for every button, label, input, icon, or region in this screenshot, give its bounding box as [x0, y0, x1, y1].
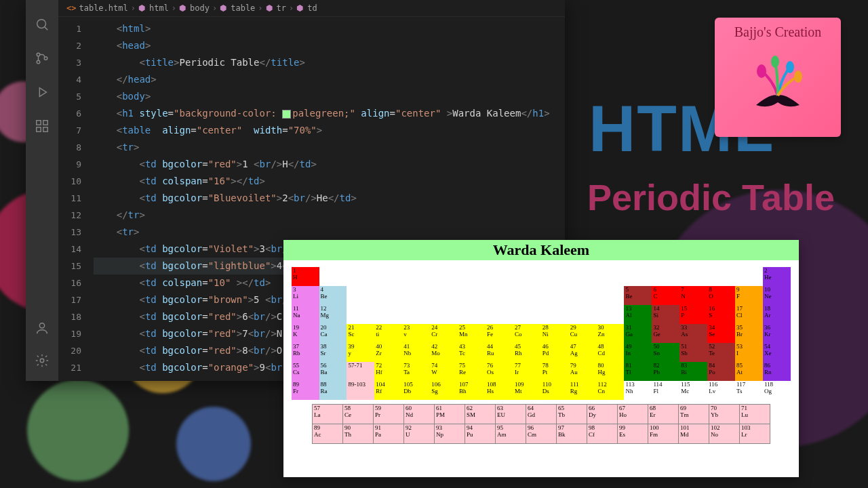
element-cell: 60Nd [404, 405, 435, 424]
element-cell: 106Sg [430, 381, 458, 400]
element-cell: 56Ba [319, 362, 347, 381]
extensions-icon[interactable] [34, 118, 50, 134]
element-cell: 92U [404, 424, 435, 444]
activity-bar [26, 0, 58, 381]
element-cell: 18Ar [763, 305, 791, 324]
element-cell: 22ti [374, 324, 402, 343]
svg-point-0 [37, 20, 46, 28]
element-cell: 32Ge [652, 324, 679, 343]
element-cell: 29Cu [569, 324, 597, 343]
element-cell: 57-71 [347, 362, 374, 381]
element-cell: 58Ce [343, 405, 374, 424]
element-cell: 50Sn [652, 343, 679, 362]
element-cell: 6C [652, 286, 679, 305]
element-cell: 7N [679, 286, 707, 305]
element-cell: 79Au [569, 362, 597, 381]
breadcrumb-item[interactable]: table [231, 3, 255, 13]
logo-text: Bajjo's Creation [734, 24, 822, 40]
source-control-icon[interactable] [34, 50, 50, 66]
lanthanide-actinide-table: 57La58Ce59Pr60Nd61PM62SM63EU64Gd65Tb66Dy… [312, 404, 770, 444]
breadcrumb[interactable]: <> table.html› ⬢html› ⬢body› ⬢table› ⬢tr… [58, 0, 565, 17]
element-cell: 66Dy [587, 405, 618, 424]
element-cell: 83Bi [679, 362, 707, 381]
element-cell: 15P [679, 305, 707, 324]
symbol-icon: ⬢ [220, 3, 226, 13]
symbol-icon: ⬢ [296, 3, 303, 13]
element-cell: 71Lu [740, 405, 770, 424]
element-cell: 117Ts [735, 381, 763, 400]
breadcrumb-item[interactable]: tr [277, 3, 286, 13]
element-cell: 94Pu [465, 424, 496, 444]
element-cell: 75Re [458, 362, 486, 381]
element-cell: 98Cf [587, 424, 618, 444]
element-cell: 14Si [652, 305, 679, 324]
element-cell: 73Ta [402, 362, 430, 381]
account-icon[interactable] [34, 320, 50, 336]
element-cell [319, 267, 763, 286]
element-cell: 116Lv [707, 381, 735, 400]
svg-point-13 [786, 61, 794, 73]
element-cell: 101Md [679, 424, 709, 444]
element-cell: 20Ca [319, 324, 347, 343]
element-cell: 81Tl [624, 362, 652, 381]
element-cell: 105Db [402, 381, 430, 400]
element-cell: 42Mo [430, 343, 458, 362]
search-icon[interactable] [34, 16, 50, 33]
element-cell: 41Nb [402, 343, 430, 362]
element-cell: 1H [292, 267, 319, 286]
element-cell: 118Og [763, 381, 791, 400]
debug-icon[interactable] [34, 84, 50, 100]
element-cell: 3Li [292, 286, 319, 305]
element-cell: 34Se [707, 324, 735, 343]
element-cell: 2He [763, 267, 791, 286]
element-cell: 9F [735, 286, 763, 305]
element-cell: 76Os [486, 362, 513, 381]
element-cell: 51Sb [679, 343, 707, 362]
line-numbers: 123456789101112131415161718192021 [58, 16, 88, 381]
element-cell: 49In [624, 343, 652, 362]
element-cell: 12Mg [319, 305, 347, 324]
periodic-table: 1H2He3Li4Be5Be6C7N8O9F10Ne11Na12Mg13Al14… [292, 267, 791, 400]
element-cell: 4Be [319, 286, 347, 305]
element-cell: 93Np [435, 424, 465, 444]
breadcrumb-item[interactable]: table.html [79, 3, 127, 13]
svg-point-2 [37, 53, 40, 56]
element-cell: 59Pr [374, 405, 404, 424]
element-cell: 13Al [624, 305, 652, 324]
element-cell: 96Cm [526, 424, 557, 444]
element-cell: 39y [347, 343, 374, 362]
element-cell: 26Fe [486, 324, 513, 343]
svg-marker-5 [39, 88, 46, 97]
element-cell: 24Cr [430, 324, 458, 343]
breadcrumb-item[interactable]: td [307, 3, 317, 13]
element-cell: 16S [707, 305, 735, 324]
element-cell: 89Fr [292, 381, 319, 400]
element-cell: 112Cn [597, 381, 625, 400]
element-cell: 72Hf [374, 362, 402, 381]
element-cell: 88Ra [319, 381, 347, 400]
element-cell: 74W [430, 362, 458, 381]
svg-point-12 [757, 64, 766, 78]
bokeh-circle [176, 407, 251, 481]
element-cell: 23v [402, 324, 430, 343]
breadcrumb-item[interactable]: body [190, 3, 210, 13]
element-cell: 40Zr [374, 343, 402, 362]
element-cell: 62SM [465, 405, 496, 424]
svg-point-10 [39, 323, 44, 328]
element-cell: 110Ds [541, 381, 569, 400]
element-cell: 43Tc [458, 343, 486, 362]
element-cell: 78Pt [541, 362, 569, 381]
title-periodic-table: Periodic Table [587, 176, 835, 218]
element-cell: 46Pd [541, 343, 569, 362]
element-cell: 65Tb [557, 405, 587, 424]
element-cell: 54Xe [763, 343, 791, 362]
breadcrumb-item[interactable]: html [149, 3, 169, 13]
gear-icon[interactable] [34, 352, 50, 369]
symbol-icon: ⬢ [266, 3, 273, 13]
element-cell: 47Ag [569, 343, 597, 362]
element-cell: 70Yb [709, 405, 740, 424]
element-cell: 109Mt [513, 381, 541, 400]
element-cell: 89Ac [313, 424, 343, 444]
svg-point-4 [44, 57, 47, 60]
element-cell: 68Er [648, 405, 679, 424]
